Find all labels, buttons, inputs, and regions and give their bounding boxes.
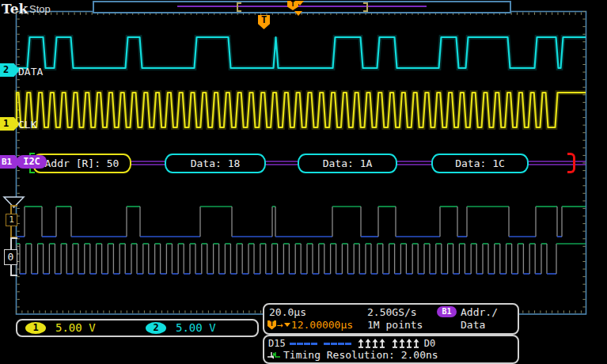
trigger-triangle-icon bbox=[296, 1, 304, 6]
d7-d4-on-icons bbox=[358, 339, 386, 348]
acquisition-status: Stop bbox=[29, 3, 51, 15]
window-bracket-right-icon bbox=[363, 2, 368, 12]
bus-decode-data-3: Data: 1C bbox=[431, 154, 529, 173]
digital-channels-readout[interactable]: D15 D0 Timing Resolution: 2.00ns bbox=[263, 335, 519, 364]
window-bracket-left-icon bbox=[237, 2, 241, 12]
vertical-scale-readout[interactable]: 1 5.00 V 2 5.00 V bbox=[16, 319, 259, 337]
tek-logo: Tek bbox=[2, 1, 28, 17]
channel-1-scale: 5.00 V bbox=[55, 321, 96, 334]
d3-d0-on-icons bbox=[392, 339, 420, 348]
bus-readout-label-2: Data bbox=[461, 319, 485, 331]
bus-protocol-badge: I2C bbox=[17, 155, 47, 169]
d11-d8-off-icons bbox=[324, 343, 352, 345]
channel-2-scale: 5.00 V bbox=[176, 321, 216, 334]
stop-condition-icon bbox=[567, 153, 575, 173]
record-length: 1M points bbox=[367, 319, 423, 331]
arrow-right-icon: → bbox=[277, 319, 283, 331]
sample-rate: 2.50GS/s bbox=[367, 306, 417, 318]
trigger-t-icon: T bbox=[267, 320, 276, 330]
bus-decode-data-1: Data: 18 bbox=[165, 154, 266, 173]
digital-d0-badge[interactable]: 0 bbox=[4, 249, 17, 265]
channel-1-badge[interactable]: 1 bbox=[25, 322, 46, 334]
d0-label: D0 bbox=[424, 338, 435, 349]
horizontal-trigger-readout[interactable]: 20.0µs 2.50GS/s B1 Addr./ T→12.00000µs 1… bbox=[263, 303, 519, 335]
d15-d12-off-icons bbox=[290, 343, 318, 345]
trigger-position-icon[interactable] bbox=[294, 11, 302, 16]
bus-readout-badge: B1 bbox=[437, 306, 457, 317]
d15-label: D15 bbox=[268, 338, 286, 349]
channel-2-badge[interactable]: 2 bbox=[146, 322, 166, 334]
bus-decode-address: Addr [R]: 50 bbox=[32, 154, 131, 173]
timing-resolution: Timing Resolution: 2.00ns bbox=[283, 349, 438, 361]
edge-resolution-icon bbox=[267, 351, 280, 359]
time-scale: 20.0µs bbox=[269, 306, 306, 318]
triangle-down-icon bbox=[284, 323, 290, 327]
digital-d1-badge[interactable]: 1 bbox=[6, 214, 17, 226]
bus-decode-data-2: Data: 1A bbox=[298, 154, 397, 173]
trigger-time-value: 12.00000µs bbox=[291, 319, 353, 331]
channel-2-label: DATA bbox=[18, 66, 43, 78]
oscilloscope-screen: Tek Stop T T 2 DATA 1 CLK B1 I2C Addr [R… bbox=[0, 0, 607, 364]
trigger-time-readout: T→12.00000µs bbox=[267, 319, 353, 331]
bus-activity-line bbox=[177, 6, 427, 7]
bus-readout-label-1: Addr./ bbox=[461, 306, 498, 318]
channel-1-label: CLK bbox=[18, 119, 36, 131]
